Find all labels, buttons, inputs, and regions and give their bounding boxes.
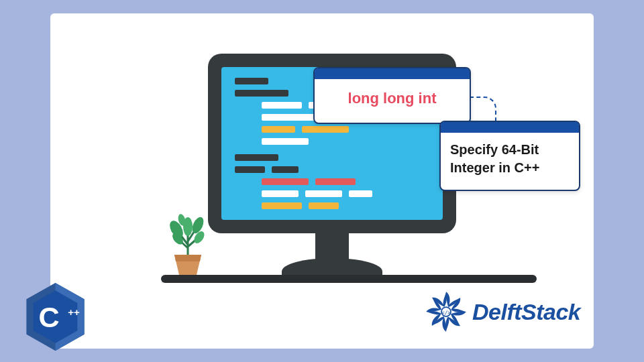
code-type-card: long long int [313, 67, 471, 124]
card-header [315, 68, 470, 79]
connector-line [470, 97, 496, 122]
cpp-logo-icon: C ++ [23, 282, 87, 352]
plant-illustration [158, 208, 218, 282]
brand-name: DelftStack [472, 299, 580, 325]
code-type-text: long long int [315, 79, 470, 118]
card-header [441, 122, 579, 133]
topic-text: Specify 64-Bit Integer in C++ [441, 133, 579, 185]
topic-line-1: Specify 64-Bit [450, 141, 570, 159]
delftstack-logo: </> DelftStack [423, 282, 624, 342]
delftstack-emblem-icon: </> [423, 288, 470, 335]
svg-text:++: ++ [68, 306, 80, 318]
topic-line-2: Integer in C++ [450, 159, 570, 177]
topic-card: Specify 64-Bit Integer in C++ [439, 121, 580, 191]
svg-text:</>: </> [441, 310, 451, 316]
svg-text:C: C [39, 301, 60, 333]
